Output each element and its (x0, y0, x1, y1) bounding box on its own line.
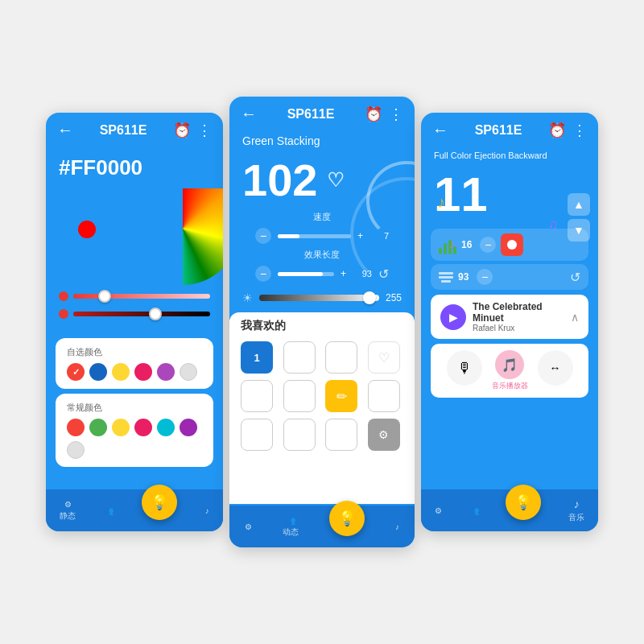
right-more-icon[interactable]: ⋮ (572, 122, 587, 139)
brightness-thumb[interactable] (363, 291, 376, 304)
length-minus[interactable]: − (255, 266, 271, 282)
channel-minus[interactable]: − (480, 237, 496, 253)
mid-nav-static[interactable]: ⚙ (245, 522, 252, 531)
left-fab[interactable]: 💡 (142, 485, 177, 520)
screen-right: ← SP611E ⏰ ⋮ Full Color Ejection Backwar… (421, 113, 598, 531)
slider2-track[interactable] (73, 312, 210, 316)
fav-5[interactable] (241, 380, 273, 412)
fav-3[interactable] (325, 341, 357, 374)
right-nav-dynamic[interactable]: 👥 (469, 506, 479, 515)
left-header: ← SP611E ⏰ ⋮ (46, 113, 223, 147)
slider-row-2 (59, 309, 210, 319)
mid-back-btn[interactable]: ← (241, 105, 257, 123)
brightness-row: ☀ 255 (229, 287, 415, 309)
swatch-purple[interactable] (157, 363, 175, 381)
right-nav-music[interactable]: ♪ 音乐 (568, 497, 584, 523)
slider1-thumb[interactable] (98, 290, 111, 303)
fav-6[interactable] (283, 380, 316, 412)
nav-static[interactable]: ⚙ 静态 (60, 500, 76, 522)
slider1-dot (59, 291, 68, 301)
play-btn[interactable]: ▶ (440, 304, 466, 330)
nav-dynamic[interactable]: 👥 (104, 506, 114, 515)
color-display-area[interactable] (46, 188, 223, 285)
right-refresh-icon[interactable]: ↺ (570, 270, 580, 285)
favorites-grid: 1 ♡ ✏ ⚙ (229, 336, 415, 456)
right-music-label: 音乐 (568, 512, 584, 523)
fav-9[interactable] (283, 419, 316, 451)
right-title: SP611E (475, 123, 522, 138)
custom-colors-label: 自选颜色 (67, 346, 202, 358)
rainbow-arc (126, 188, 223, 285)
nav-music[interactable]: ♪ (205, 506, 209, 515)
brightness-value: 255 (386, 292, 402, 303)
expand-icon[interactable]: ∧ (571, 311, 579, 324)
slider2-thumb[interactable] (149, 308, 162, 320)
screen-left: ← SP611E ⏰ ⋮ #FF0000 (46, 113, 223, 531)
left-back-btn[interactable]: ← (57, 121, 73, 139)
std-cyan[interactable] (157, 419, 175, 436)
std-white[interactable] (67, 441, 85, 459)
music-label-btn[interactable]: 🎵 音乐播放器 (492, 350, 528, 391)
swatch-yellow[interactable] (112, 363, 130, 381)
right-nav-static[interactable]: ⚙ (435, 506, 442, 515)
fav-edit[interactable]: ✏ (325, 380, 357, 412)
swatch-red[interactable] (67, 363, 85, 381)
mid-more-icon[interactable]: ⋮ (389, 105, 403, 123)
mid-bottom-nav: ⚙ 👥 动态 💡 ♪ (229, 506, 415, 547)
std-pink[interactable] (134, 419, 152, 436)
mic-btn[interactable]: 🎙 (447, 350, 482, 386)
std-red[interactable] (67, 419, 85, 436)
share-btn[interactable]: ↔ (538, 350, 573, 386)
right-back-btn[interactable]: ← (432, 121, 448, 139)
right-fab-icon: 💡 (514, 493, 532, 511)
left-alarm-icon[interactable]: ⏰ (173, 122, 191, 139)
swatch-white[interactable] (180, 363, 197, 381)
left-header-icons: ⏰ ⋮ (173, 122, 212, 139)
swatch-blue[interactable] (89, 363, 107, 381)
mid-alarm-icon[interactable]: ⏰ (365, 105, 382, 123)
left-more-icon[interactable]: ⋮ (197, 122, 212, 139)
heart-icon[interactable]: ♡ (327, 169, 345, 192)
std-green[interactable] (89, 419, 107, 436)
right-bottom-nav: ⚙ 👥 💡 ♪ 音乐 (421, 489, 598, 531)
mid-nav-dynamic[interactable]: 👥 动态 (283, 516, 299, 538)
fav-4[interactable]: ♡ (368, 341, 400, 374)
record-btn[interactable] (501, 233, 523, 256)
settings-icon: ⚙ (378, 428, 389, 441)
right-static-icon: ⚙ (435, 506, 442, 515)
custom-colors-card: 自选颜色 (56, 338, 213, 389)
fav-settings[interactable]: ⚙ (368, 419, 400, 451)
mid-nav-music[interactable]: ♪ (395, 522, 399, 531)
mid-header: ← SP611E ⏰ ⋮ (229, 97, 415, 131)
fav-10[interactable] (325, 419, 357, 451)
music-player-card: ▶ The Celebrated Minuet Rafael Krux ∧ (431, 295, 588, 339)
standard-colors-label: 常规颜色 (67, 402, 202, 414)
brightness-icon: ☀ (242, 291, 253, 304)
right-effect-label: Full Color Ejection Backward (421, 147, 598, 163)
fav-7[interactable] (368, 380, 400, 412)
fav-2[interactable] (283, 341, 316, 374)
length-minus-right[interactable]: − (477, 269, 493, 285)
length-right-value: 93 (458, 271, 469, 283)
mid-dynamic-icon: 👥 (286, 516, 295, 525)
std-magenta[interactable] (180, 419, 197, 436)
std-yellow[interactable] (112, 419, 130, 436)
fav-1[interactable]: 1 (241, 341, 273, 374)
standard-swatches (67, 419, 202, 459)
length-track[interactable] (278, 272, 334, 276)
swatch-pink[interactable] (134, 363, 152, 381)
speed-minus[interactable]: − (255, 228, 271, 244)
speed-track[interactable] (278, 234, 351, 238)
arrow-up[interactable]: ▲ (568, 193, 590, 216)
music-note1: ♪ (437, 193, 445, 212)
slider1-track[interactable] (73, 294, 210, 299)
brightness-track[interactable] (259, 295, 379, 301)
fav-8[interactable] (241, 419, 273, 451)
right-alarm-icon[interactable]: ⏰ (548, 122, 566, 139)
arrow-down[interactable]: ▼ (568, 219, 590, 242)
color-dot (78, 221, 96, 238)
mid-title: SP611E (287, 107, 335, 122)
mid-fab[interactable]: 💡 (329, 501, 365, 536)
right-dynamic-icon: 👥 (469, 506, 479, 515)
right-fab[interactable]: 💡 (506, 485, 541, 520)
